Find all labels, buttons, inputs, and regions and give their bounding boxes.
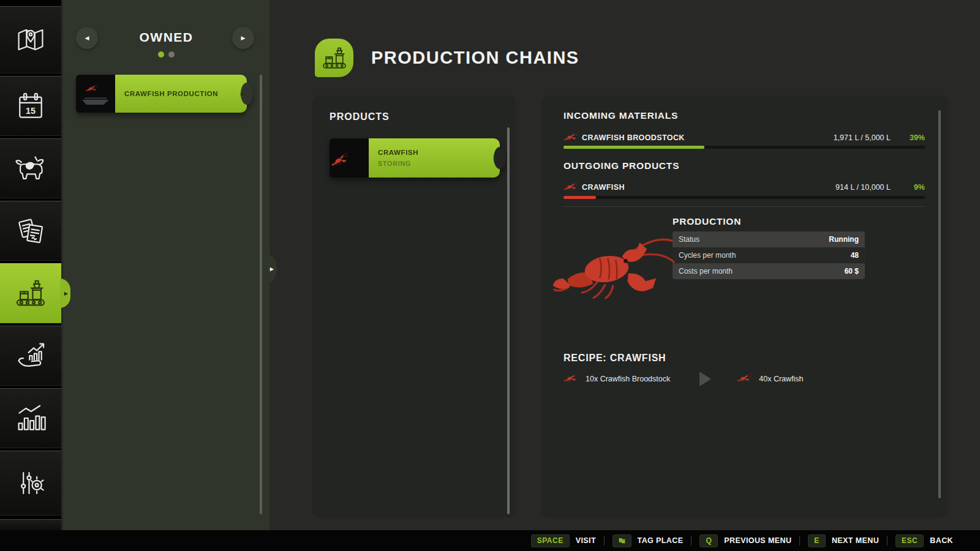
cow-icon [14, 152, 47, 185]
owned-panel: ◀ OWNED ▶ CRAWFISH PRODUCTION ▶ ▶ [63, 0, 270, 530]
hint-label: TAG PLACE [638, 536, 684, 545]
production-details-panel: INCOMING MATERIALS CRAWFISH BROODSTOCK 1… [541, 96, 948, 518]
tab-key: ↹ [612, 534, 631, 547]
page-title: PRODUCTION CHAINS [371, 48, 579, 68]
hint-back[interactable]: ESC BACK [895, 534, 953, 547]
page-header-icon-badge [315, 39, 353, 77]
bar-chart-icon [14, 402, 47, 435]
crawfish-trap-image [76, 75, 115, 113]
calendar-icon: 15 [14, 89, 47, 122]
hint-separator [799, 536, 800, 545]
pagination-dot [168, 51, 175, 58]
hint-previous-menu[interactable]: Q PREVIOUS MENU [699, 534, 791, 547]
crawfish-icon [737, 373, 755, 386]
sidebar-item-finances[interactable] [0, 326, 61, 386]
outgoing-progress-fill [564, 196, 596, 199]
products-panel: PRODUCTS CRAWFISH STORING ▶ [312, 96, 516, 518]
outgoing-products-title: OUTGOING PRODUCTS [564, 160, 679, 171]
esc-key: ESC [895, 534, 924, 547]
hint-label: BACK [930, 536, 953, 545]
table-row-cycles: Cycles per month 48 [673, 247, 865, 263]
owned-list-scrollbar[interactable] [260, 75, 262, 514]
owned-page-next-button[interactable]: ▶ [232, 27, 254, 49]
row-label: Cycles per month [679, 251, 736, 260]
main-menu-sidebar: 15 ▶ [0, 0, 61, 530]
recipe-arrow-icon [699, 372, 711, 386]
chevron-right-icon: ▶ [270, 266, 274, 272]
material-percent: 39% [891, 133, 925, 142]
product-item-crawfish[interactable]: CRAWFISH STORING ▶ [330, 138, 500, 178]
outgoing-progress-bar [564, 196, 925, 199]
hint-label: NEXT MENU [832, 536, 879, 545]
hint-separator [887, 536, 888, 545]
sidebar-item-calendar[interactable]: 15 [0, 76, 61, 136]
product-amount: 914 L / 10,000 L [835, 183, 891, 192]
crawfish-product-image [551, 214, 680, 320]
sidebar-item-statistics[interactable] [0, 388, 61, 448]
chevron-right-icon: ▶ [494, 156, 497, 161]
details-scrollbar[interactable] [938, 110, 941, 498]
hint-label: PREVIOUS MENU [724, 536, 791, 545]
row-label: Status [679, 235, 699, 244]
panel-collapse-handle[interactable]: ▶ [262, 252, 277, 285]
recipe-output: 40x Crawfish [759, 375, 803, 383]
production-info-table: Status Running Cycles per month 48 Costs… [673, 231, 865, 279]
product-item-label-area: CRAWFISH STORING ▶ [369, 138, 500, 178]
table-row-status: Status Running [673, 231, 865, 247]
recipe-row: 10x Crawfish Broodstock 40x Crawfish [564, 371, 804, 387]
owned-item-label-area: CRAWFISH PRODUCTION ▶ [115, 75, 247, 113]
crawfish-icon [564, 373, 582, 386]
recipe-input: 10x Crawfish Broodstock [586, 375, 670, 383]
sliders-gear-icon [14, 467, 47, 500]
e-key: E [808, 534, 826, 547]
section-divider [564, 206, 925, 207]
calendar-day-label: 15 [26, 106, 36, 116]
finance-hand-chart-icon [14, 339, 47, 372]
product-status: STORING [378, 160, 500, 167]
outgoing-product-row: CRAWFISH 914 L / 10,000 L 9% [564, 181, 925, 194]
production-section-title: PRODUCTION [673, 216, 741, 227]
row-value: 60 $ [845, 267, 859, 276]
hint-label: VISIT [576, 536, 596, 545]
owned-item-crawfish-production[interactable]: CRAWFISH PRODUCTION ▶ [76, 75, 247, 113]
products-list-scrollbar[interactable] [507, 127, 510, 514]
material-amount: 1,971 L / 5,000 L [834, 133, 891, 142]
q-key: Q [699, 534, 718, 547]
pagination-dot-active [158, 51, 164, 58]
row-label: Costs per month [679, 267, 733, 276]
hint-visit[interactable]: SPACE VISIT [531, 534, 596, 547]
product-name: CRAWFISH [582, 183, 625, 192]
incoming-material-row: CRAWFISH BROODSTOCK 1,971 L / 5,000 L 39… [564, 131, 925, 144]
documents-icon [14, 214, 47, 247]
sidebar-item-animals[interactable] [0, 138, 61, 198]
row-value: 48 [851, 251, 859, 260]
products-panel-title: PRODUCTS [330, 111, 390, 122]
hint-tag-place[interactable]: ↹ TAG PLACE [612, 534, 683, 547]
hint-next-menu[interactable]: E NEXT MENU [808, 534, 879, 547]
row-value: Running [829, 235, 859, 244]
incoming-progress-bar [564, 146, 925, 149]
key-hint-bar: SPACE VISIT ↹ TAG PLACE Q PREVIOUS MENU … [0, 530, 980, 551]
sidebar-item-settings[interactable] [0, 451, 61, 515]
product-percent: 9% [891, 183, 925, 192]
owned-item-label: CRAWFISH PRODUCTION [124, 90, 247, 97]
sidebar-item-map[interactable] [0, 6, 61, 73]
table-row-costs: Costs per month 60 $ [673, 263, 865, 279]
recipe-title: RECIPE: CRAWFISH [564, 353, 666, 364]
sidebar-item-contracts[interactable] [0, 201, 61, 261]
production-chain-icon [321, 45, 348, 72]
sidebar-item-partial [0, 519, 61, 530]
space-key: SPACE [531, 534, 570, 547]
chevron-right-icon: ▶ [241, 91, 244, 97]
incoming-materials-title: INCOMING MATERIALS [564, 110, 678, 121]
product-name: CRAWFISH [378, 149, 500, 156]
active-tab-arrow-icon: ▶ [64, 291, 68, 296]
crawfish-icon [564, 132, 582, 144]
sidebar-item-production-chains[interactable]: ▶ [0, 263, 61, 323]
hint-separator [604, 536, 605, 545]
production-chain-icon [14, 277, 47, 310]
crawfish-icon [564, 181, 582, 194]
map-icon [14, 23, 47, 56]
owned-pagination-dots [63, 51, 270, 58]
incoming-progress-fill [564, 146, 704, 149]
